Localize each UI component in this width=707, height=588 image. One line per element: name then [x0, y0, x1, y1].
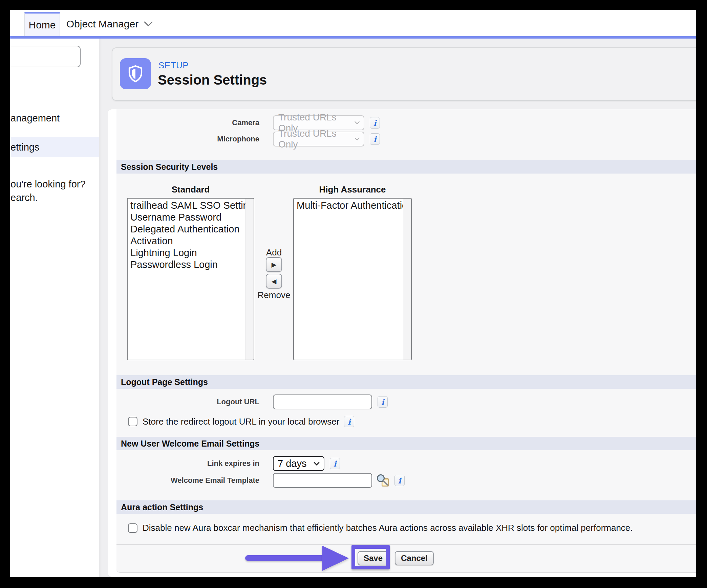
remove-label: Remove	[249, 290, 299, 300]
tab-home[interactable]: Home	[24, 12, 60, 36]
quick-find-input[interactable]	[10, 46, 81, 67]
section-title: Aura action Settings	[116, 500, 696, 514]
tab-object-manager[interactable]: Object Manager	[60, 12, 159, 36]
info-icon[interactable]: i	[370, 133, 380, 145]
lookup-icon[interactable]	[376, 474, 390, 487]
chevron-down-icon	[314, 462, 320, 466]
info-icon[interactable]: i	[330, 458, 340, 469]
logout-url-label: Logout URL	[116, 398, 259, 406]
scrollbar[interactable]	[245, 199, 254, 360]
left-arrow-icon: ◀	[272, 277, 277, 285]
divider	[116, 544, 696, 545]
sidebar-help-text-line2: earch.	[10, 192, 38, 203]
setup-top-nav: Home Object Manager	[10, 10, 696, 36]
list-item[interactable]: Passwordless Login	[128, 259, 245, 271]
app-window: Home Object Manager anagement ettings ou…	[10, 10, 696, 577]
setup-eyebrow: SETUP	[158, 60, 189, 71]
store-logout-url-checkbox[interactable]	[128, 417, 137, 426]
list-item[interactable]: Username Password	[128, 211, 245, 223]
section-title: Session Security Levels	[116, 160, 696, 174]
high-assurance-list-title: High Assurance	[293, 184, 412, 195]
link-expires-label: Link expires in	[116, 459, 259, 468]
aura-boxcar-label: Disable new Aura boxcar mechanism that e…	[143, 523, 633, 533]
chevron-down-icon	[355, 137, 360, 141]
info-icon[interactable]: i	[378, 396, 388, 408]
sidebar-item-session-settings-label: ettings	[10, 142, 39, 153]
welcome-email-template-label: Welcome Email Template	[116, 476, 259, 485]
annotation-highlight-box	[351, 545, 390, 569]
add-button[interactable]: ▶	[266, 257, 282, 272]
list-item[interactable]: trailhead SAML SSO Setting	[128, 200, 245, 211]
list-item[interactable]: Activation	[128, 235, 245, 247]
logout-url-input[interactable]	[273, 394, 372, 409]
link-expires-select[interactable]: 7 days	[273, 456, 324, 471]
scrollbar[interactable]	[403, 199, 411, 360]
info-icon[interactable]: i	[344, 416, 354, 427]
chevron-down-icon	[355, 121, 360, 125]
welcome-email-template-input[interactable]	[273, 473, 372, 488]
tab-home-label: Home	[28, 19, 56, 31]
page-title: Session Settings	[158, 72, 267, 88]
aura-boxcar-checkbox[interactable]	[128, 523, 137, 533]
store-logout-url-label: Store the redirect logout URL in your lo…	[143, 416, 339, 427]
camera-label: Camera	[116, 118, 259, 127]
sidebar-item-session-management[interactable]: anagement	[10, 113, 60, 124]
standard-listbox[interactable]: trailhead SAML SSO SettingUsername Passw…	[127, 198, 254, 360]
section-title: Logout Page Settings	[116, 375, 696, 389]
high-assurance-listbox[interactable]: Multi-Factor Authentication	[293, 198, 412, 360]
annotation-arrow-head	[322, 546, 349, 571]
microphone-label: Microphone	[116, 135, 259, 143]
right-arrow-icon: ▶	[272, 261, 277, 269]
cancel-button[interactable]: Cancel	[395, 551, 434, 565]
link-expires-value: 7 days	[278, 458, 306, 469]
shield-icon	[120, 58, 151, 89]
sidebar-item-session-settings[interactable]: ettings	[10, 137, 99, 157]
setup-sidebar: anagement ettings ou're looking for? ear…	[10, 39, 99, 577]
page-header: SETUP Session Settings	[112, 47, 696, 101]
section-session-security-levels: Session Security Levels	[116, 160, 696, 174]
brand-accent-bar	[10, 36, 696, 39]
list-item[interactable]: Lightning Login	[128, 247, 245, 259]
chevron-down-icon	[144, 21, 153, 27]
screenshot-frame: Home Object Manager anagement ettings ou…	[0, 0, 707, 588]
sidebar-help-text-line1: ou're looking for?	[10, 179, 86, 190]
store-logout-url-row: Store the redirect logout URL in your lo…	[128, 416, 354, 427]
tab-object-manager-label: Object Manager	[66, 18, 138, 30]
annotation-arrow-tail	[245, 555, 325, 561]
list-item[interactable]: Delegated Authentication	[128, 223, 245, 235]
standard-list-title: Standard	[127, 184, 254, 195]
add-label: Add	[249, 247, 299, 258]
microphone-select-value: Trusted URLs Only	[278, 128, 355, 150]
settings-form: Camera Trusted URLs Only i Microphone Tr…	[116, 109, 696, 573]
aura-boxcar-row: Disable new Aura boxcar mechanism that e…	[128, 523, 633, 533]
content-panel: Camera Trusted URLs Only i Microphone Tr…	[108, 109, 696, 577]
info-icon[interactable]: i	[370, 117, 380, 129]
section-welcome-email-settings: New User Welcome Email Settings	[116, 437, 696, 450]
section-aura-action-settings: Aura action Settings	[116, 500, 696, 514]
section-title: New User Welcome Email Settings	[116, 437, 696, 450]
microphone-select[interactable]: Trusted URLs Only	[273, 132, 364, 146]
info-icon[interactable]: i	[394, 475, 405, 486]
section-logout-page-settings: Logout Page Settings	[116, 375, 696, 389]
list-item[interactable]: Multi-Factor Authentication	[294, 200, 403, 211]
remove-button[interactable]: ◀	[266, 274, 282, 289]
